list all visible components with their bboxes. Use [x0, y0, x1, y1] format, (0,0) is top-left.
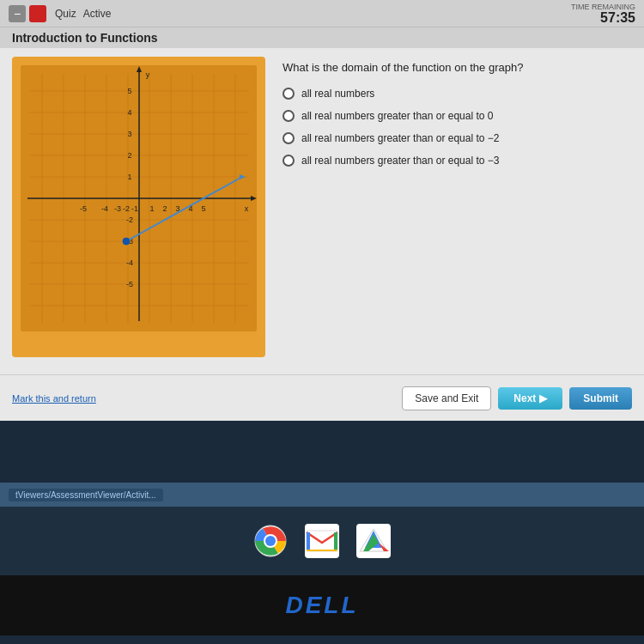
next-arrow-icon: ▶: [539, 392, 547, 404]
control-buttons: −: [9, 5, 46, 22]
browser-window: − Quiz Active TIME REMAINING 57:35 Intro…: [0, 0, 644, 421]
svg-text:4: 4: [127, 108, 131, 117]
drive-icon[interactable]: [355, 522, 392, 560]
top-bar: − Quiz Active TIME REMAINING 57:35: [0, 0, 644, 27]
minimize-button[interactable]: −: [9, 5, 26, 22]
radio-4[interactable]: [283, 155, 295, 167]
quiz-label: Quiz: [55, 8, 76, 20]
svg-text:-2: -2: [126, 216, 133, 224]
svg-text:1: 1: [149, 204, 154, 213]
svg-text:-3: -3: [114, 204, 121, 213]
submit-button[interactable]: Submit: [569, 387, 632, 410]
bottom-buttons: Save and Exit Next ▶ Submit: [402, 386, 632, 410]
chrome-icon[interactable]: [252, 522, 289, 560]
timer-title: TIME REMAINING: [571, 3, 635, 11]
answer-option-1[interactable]: all real numbers: [283, 88, 632, 100]
svg-text:5: 5: [127, 87, 131, 95]
svg-text:-4: -4: [101, 204, 108, 213]
option-text-4: all real numbers greater than or equal t…: [301, 155, 499, 167]
svg-text:x: x: [245, 204, 249, 213]
page-title: Introduction to Functions: [0, 27, 644, 48]
svg-text:2: 2: [127, 151, 131, 160]
bottom-bar: Mark this and return Save and Exit Next …: [0, 374, 644, 421]
gmail-icon[interactable]: [303, 522, 341, 560]
save-exit-button[interactable]: Save and Exit: [402, 386, 491, 410]
question-area: What is the domain of the function on th…: [283, 57, 632, 357]
option-text-3: all real numbers greater than or equal t…: [301, 132, 499, 144]
svg-text:y: y: [146, 70, 150, 79]
svg-text:5: 5: [201, 204, 205, 213]
radio-2[interactable]: [283, 110, 295, 122]
svg-rect-54: [307, 531, 337, 551]
taskbar: tViewers/AssessmentViewer/Activit...: [0, 483, 644, 507]
answer-option-2[interactable]: all real numbers greater than or equal t…: [283, 110, 632, 122]
svg-rect-56: [334, 532, 337, 550]
svg-rect-55: [307, 532, 310, 550]
svg-text:1: 1: [127, 173, 131, 181]
taskbar-item[interactable]: tViewers/AssessmentViewer/Activit...: [9, 489, 163, 501]
dell-area: DELL: [0, 575, 644, 635]
dock-bar: [0, 507, 644, 575]
next-button[interactable]: Next ▶: [498, 387, 562, 410]
svg-point-52: [265, 536, 276, 546]
question-text: What is the domain of the function on th…: [283, 61, 632, 74]
main-content: -5 -4 -3 -2 -1 1 2 3 4 5 x 5 4 3 2 1 -2 …: [0, 48, 644, 366]
svg-text:-5: -5: [80, 204, 87, 213]
close-button[interactable]: [29, 5, 46, 22]
svg-text:-5: -5: [126, 280, 133, 289]
svg-text:3: 3: [127, 130, 131, 138]
timer-area: TIME REMAINING 57:35: [571, 3, 635, 25]
dell-logo: DELL: [285, 592, 358, 619]
svg-text:2: 2: [162, 204, 167, 213]
svg-point-48: [123, 238, 130, 245]
radio-1[interactable]: [283, 88, 295, 100]
radio-3[interactable]: [283, 132, 295, 144]
svg-text:-4: -4: [126, 258, 133, 267]
active-label: Active: [83, 8, 112, 20]
option-text-2: all real numbers greater than or equal t…: [301, 110, 493, 122]
svg-text:-1: -1: [131, 204, 138, 213]
mark-return-link[interactable]: Mark this and return: [12, 393, 96, 404]
timer-value: 57:35: [571, 11, 635, 25]
graph-svg: -5 -4 -3 -2 -1 1 2 3 4 5 x 5 4 3 2 1 -2 …: [21, 65, 257, 331]
answer-option-3[interactable]: all real numbers greater than or equal t…: [283, 132, 632, 144]
answer-option-4[interactable]: all real numbers greater than or equal t…: [283, 155, 632, 167]
svg-rect-57: [307, 550, 337, 551]
option-text-1: all real numbers: [301, 88, 374, 100]
graph-container: -5 -4 -3 -2 -1 1 2 3 4 5 x 5 4 3 2 1 -2 …: [12, 57, 265, 357]
svg-text:-2: -2: [123, 204, 130, 213]
